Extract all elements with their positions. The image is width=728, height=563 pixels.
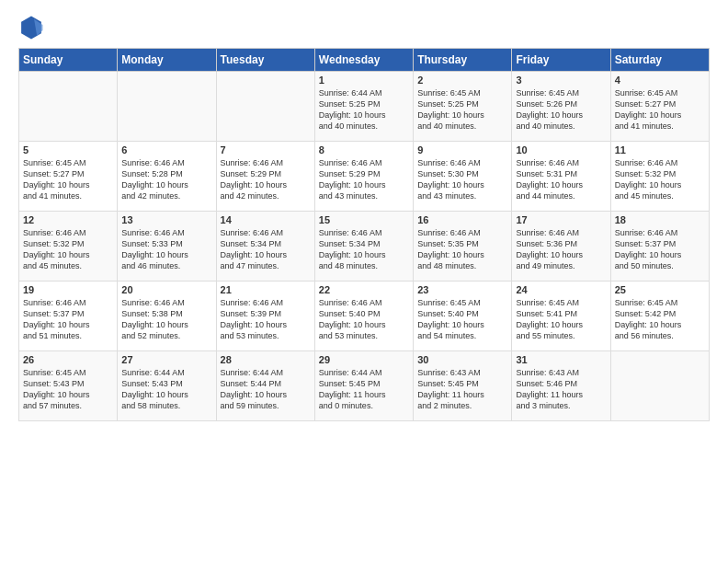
calendar-cell: 27Sunrise: 6:44 AM Sunset: 5:43 PM Dayli… — [118, 351, 216, 421]
calendar-cell: 10Sunrise: 6:46 AM Sunset: 5:31 PM Dayli… — [512, 142, 610, 212]
cell-info: Sunrise: 6:43 AM Sunset: 5:46 PM Dayligh… — [516, 367, 606, 412]
cell-info: Sunrise: 6:44 AM Sunset: 5:25 PM Dayligh… — [319, 87, 409, 132]
weekday-header: Wednesday — [314, 49, 413, 72]
cell-info: Sunrise: 6:45 AM Sunset: 5:40 PM Dayligh… — [417, 297, 507, 342]
day-number: 11 — [615, 144, 705, 155]
day-number: 30 — [417, 354, 507, 365]
weekday-header-row: SundayMondayTuesdayWednesdayThursdayFrid… — [19, 49, 710, 72]
cell-info: Sunrise: 6:46 AM Sunset: 5:36 PM Dayligh… — [516, 227, 606, 272]
calendar-cell: 2Sunrise: 6:45 AM Sunset: 5:25 PM Daylig… — [414, 72, 512, 142]
cell-info: Sunrise: 6:43 AM Sunset: 5:45 PM Dayligh… — [417, 367, 507, 412]
cell-info: Sunrise: 6:46 AM Sunset: 5:34 PM Dayligh… — [319, 227, 409, 272]
weekday-header: Friday — [512, 49, 610, 72]
cell-info: Sunrise: 6:46 AM Sunset: 5:32 PM Dayligh… — [615, 157, 705, 202]
header — [18, 15, 710, 40]
calendar-week-row: 1Sunrise: 6:44 AM Sunset: 5:25 PM Daylig… — [19, 72, 710, 142]
calendar-cell: 31Sunrise: 6:43 AM Sunset: 5:46 PM Dayli… — [512, 351, 610, 421]
calendar-cell: 12Sunrise: 6:46 AM Sunset: 5:32 PM Dayli… — [19, 212, 118, 282]
calendar-cell: 5Sunrise: 6:45 AM Sunset: 5:27 PM Daylig… — [19, 142, 118, 212]
logo-icon — [18, 15, 44, 40]
day-number: 9 — [417, 144, 507, 155]
day-number: 18 — [615, 214, 705, 225]
cell-info: Sunrise: 6:46 AM Sunset: 5:35 PM Dayligh… — [417, 227, 507, 272]
day-number: 4 — [615, 75, 705, 86]
calendar-cell: 4Sunrise: 6:45 AM Sunset: 5:27 PM Daylig… — [610, 72, 709, 142]
day-number: 20 — [121, 284, 211, 295]
day-number: 17 — [516, 214, 606, 225]
calendar-cell: 1Sunrise: 6:44 AM Sunset: 5:25 PM Daylig… — [314, 72, 413, 142]
calendar-cell: 8Sunrise: 6:46 AM Sunset: 5:29 PM Daylig… — [314, 142, 413, 212]
cell-info: Sunrise: 6:46 AM Sunset: 5:37 PM Dayligh… — [23, 297, 113, 342]
calendar-cell: 6Sunrise: 6:46 AM Sunset: 5:28 PM Daylig… — [118, 142, 216, 212]
cell-info: Sunrise: 6:45 AM Sunset: 5:27 PM Dayligh… — [615, 87, 705, 132]
day-number: 6 — [121, 144, 211, 155]
cell-info: Sunrise: 6:46 AM Sunset: 5:39 PM Dayligh… — [221, 297, 311, 342]
day-number: 27 — [121, 354, 211, 365]
calendar-week-row: 12Sunrise: 6:46 AM Sunset: 5:32 PM Dayli… — [19, 212, 710, 282]
weekday-header: Sunday — [19, 49, 118, 72]
day-number: 5 — [23, 144, 113, 155]
day-number: 10 — [516, 144, 606, 155]
day-number: 13 — [121, 214, 211, 225]
day-number: 7 — [221, 144, 311, 155]
calendar-cell: 29Sunrise: 6:44 AM Sunset: 5:45 PM Dayli… — [314, 351, 413, 421]
cell-info: Sunrise: 6:46 AM Sunset: 5:32 PM Dayligh… — [23, 227, 113, 272]
calendar-cell: 18Sunrise: 6:46 AM Sunset: 5:37 PM Dayli… — [610, 212, 709, 282]
cell-info: Sunrise: 6:46 AM Sunset: 5:29 PM Dayligh… — [319, 157, 409, 202]
weekday-header: Monday — [118, 49, 216, 72]
calendar-cell — [19, 72, 118, 142]
calendar-cell — [216, 72, 314, 142]
weekday-header: Thursday — [414, 49, 512, 72]
cell-info: Sunrise: 6:45 AM Sunset: 5:25 PM Dayligh… — [417, 87, 507, 132]
calendar-cell: 20Sunrise: 6:46 AM Sunset: 5:38 PM Dayli… — [118, 282, 216, 351]
cell-info: Sunrise: 6:46 AM Sunset: 5:28 PM Dayligh… — [121, 157, 211, 202]
calendar-cell: 13Sunrise: 6:46 AM Sunset: 5:33 PM Dayli… — [118, 212, 216, 282]
day-number: 25 — [615, 284, 705, 295]
cell-info: Sunrise: 6:45 AM Sunset: 5:41 PM Dayligh… — [516, 297, 606, 342]
weekday-header: Saturday — [610, 49, 709, 72]
cell-info: Sunrise: 6:44 AM Sunset: 5:45 PM Dayligh… — [319, 367, 409, 412]
cell-info: Sunrise: 6:44 AM Sunset: 5:44 PM Dayligh… — [221, 367, 311, 412]
calendar-week-row: 5Sunrise: 6:45 AM Sunset: 5:27 PM Daylig… — [19, 142, 710, 212]
cell-info: Sunrise: 6:45 AM Sunset: 5:27 PM Dayligh… — [23, 157, 113, 202]
day-number: 31 — [516, 354, 606, 365]
cell-info: Sunrise: 6:46 AM Sunset: 5:34 PM Dayligh… — [221, 227, 311, 272]
day-number: 23 — [417, 284, 507, 295]
weekday-header: Tuesday — [216, 49, 314, 72]
calendar-cell: 11Sunrise: 6:46 AM Sunset: 5:32 PM Dayli… — [610, 142, 709, 212]
calendar-cell: 21Sunrise: 6:46 AM Sunset: 5:39 PM Dayli… — [216, 282, 314, 351]
calendar-cell: 25Sunrise: 6:45 AM Sunset: 5:42 PM Dayli… — [610, 282, 709, 351]
day-number: 19 — [23, 284, 113, 295]
calendar-cell: 7Sunrise: 6:46 AM Sunset: 5:29 PM Daylig… — [216, 142, 314, 212]
day-number: 29 — [319, 354, 409, 365]
calendar-cell: 26Sunrise: 6:45 AM Sunset: 5:43 PM Dayli… — [19, 351, 118, 421]
day-number: 28 — [221, 354, 311, 365]
calendar-week-row: 19Sunrise: 6:46 AM Sunset: 5:37 PM Dayli… — [19, 282, 710, 351]
day-number: 21 — [221, 284, 311, 295]
day-number: 2 — [417, 75, 507, 86]
day-number: 24 — [516, 284, 606, 295]
day-number: 16 — [417, 214, 507, 225]
calendar-cell: 15Sunrise: 6:46 AM Sunset: 5:34 PM Dayli… — [314, 212, 413, 282]
calendar-cell: 23Sunrise: 6:45 AM Sunset: 5:40 PM Dayli… — [414, 282, 512, 351]
cell-info: Sunrise: 6:45 AM Sunset: 5:43 PM Dayligh… — [23, 367, 113, 412]
calendar-cell: 19Sunrise: 6:46 AM Sunset: 5:37 PM Dayli… — [19, 282, 118, 351]
day-number: 12 — [23, 214, 113, 225]
day-number: 14 — [221, 214, 311, 225]
calendar-cell — [118, 72, 216, 142]
calendar-cell: 14Sunrise: 6:46 AM Sunset: 5:34 PM Dayli… — [216, 212, 314, 282]
cell-info: Sunrise: 6:46 AM Sunset: 5:30 PM Dayligh… — [417, 157, 507, 202]
logo — [18, 15, 48, 40]
cell-info: Sunrise: 6:46 AM Sunset: 5:33 PM Dayligh… — [121, 227, 211, 272]
day-number: 1 — [319, 75, 409, 86]
day-number: 3 — [516, 75, 606, 86]
day-number: 8 — [319, 144, 409, 155]
calendar-cell: 30Sunrise: 6:43 AM Sunset: 5:45 PM Dayli… — [414, 351, 512, 421]
cell-info: Sunrise: 6:45 AM Sunset: 5:26 PM Dayligh… — [516, 87, 606, 132]
calendar-cell: 3Sunrise: 6:45 AM Sunset: 5:26 PM Daylig… — [512, 72, 610, 142]
cell-info: Sunrise: 6:46 AM Sunset: 5:38 PM Dayligh… — [121, 297, 211, 342]
calendar-cell: 22Sunrise: 6:46 AM Sunset: 5:40 PM Dayli… — [314, 282, 413, 351]
cell-info: Sunrise: 6:46 AM Sunset: 5:29 PM Dayligh… — [221, 157, 311, 202]
calendar-cell — [610, 351, 709, 421]
day-number: 15 — [319, 214, 409, 225]
